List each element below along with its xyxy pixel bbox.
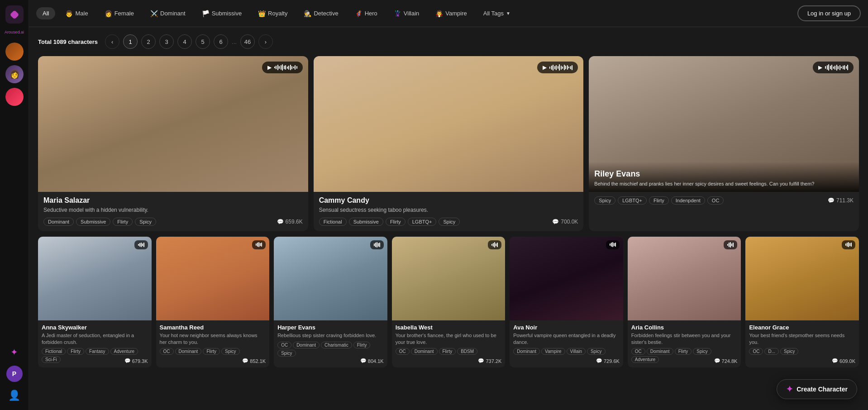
tag-scifi[interactable]: Sci-Fi	[42, 356, 61, 363]
avatar-3[interactable]	[5, 88, 24, 106]
cammy-audio-badge[interactable]: ▶	[537, 62, 578, 73]
prev-page-button[interactable]: ‹	[105, 34, 119, 49]
riley-image-area: Riley Evans Behind the mischief and pran…	[589, 56, 859, 192]
tag-flirty[interactable]: Flirty	[675, 348, 692, 355]
brand-logo[interactable]	[5, 5, 24, 24]
filter-dominant[interactable]: ⚔️ Dominant	[144, 7, 192, 20]
tag-spicy[interactable]: Spicy	[587, 348, 605, 355]
filter-submissive[interactable]: 🏳️ Submissive	[196, 7, 248, 20]
small-card-anna[interactable]: 💬 679.3K Anna Skywalker A Jedi master of…	[38, 237, 152, 368]
tag-dominant[interactable]: Dominant	[293, 342, 320, 348]
featured-card-maria[interactable]: ▶	[38, 56, 308, 231]
tag-lgbtq[interactable]: LGBTQ+	[618, 196, 647, 205]
tag-flirty[interactable]: Flirty	[649, 196, 669, 205]
ava-audio-badge[interactable]	[606, 240, 620, 249]
aria-audio-badge[interactable]	[724, 240, 737, 249]
harper-audio-badge[interactable]	[370, 240, 384, 249]
page-4-button[interactable]: 4	[177, 34, 192, 49]
tag-dominant[interactable]: Dominant	[647, 348, 673, 355]
tag-flirty[interactable]: Flirty	[439, 348, 456, 355]
sparkle-icon[interactable]: ✦	[5, 343, 24, 361]
filter-male[interactable]: 👨 Male	[59, 7, 94, 20]
featured-card-cammy[interactable]: ▶	[314, 56, 584, 231]
tag-flirty[interactable]: Flirty	[113, 218, 133, 226]
premium-badge[interactable]: P	[6, 366, 23, 382]
tag-submissive[interactable]: Submissive	[76, 218, 110, 226]
tag-flirty[interactable]: Flirty	[353, 342, 371, 348]
avatar-2[interactable]: 👩	[5, 65, 24, 83]
login-button[interactable]: Log in or sign up	[797, 5, 861, 21]
tag-spicy[interactable]: Spicy	[277, 350, 296, 357]
tag-independent[interactable]: Indenpdent	[671, 196, 705, 205]
avatar-1[interactable]	[5, 43, 24, 61]
filter-royalty[interactable]: 👑 Royalty	[252, 7, 294, 20]
riley-audio-badge[interactable]: ▶	[813, 62, 854, 73]
harper-name: Harper Evans	[277, 324, 384, 331]
samantha-count: 💬 852.1K	[242, 358, 266, 364]
tag-spicy[interactable]: Spicy	[135, 218, 156, 226]
filter-detective[interactable]: 🕵️ Detective	[297, 7, 344, 20]
tag-dominant[interactable]: Dominant	[513, 348, 540, 355]
isabella-audio-badge[interactable]	[488, 240, 501, 249]
tag-dominant[interactable]: Dominant	[175, 348, 202, 355]
filter-villain[interactable]: 🦹 Villain	[387, 7, 425, 20]
tag-oc[interactable]: OC	[631, 348, 645, 355]
tag-spicy[interactable]: Spicy	[221, 348, 239, 355]
maria-audio-badge[interactable]: ▶	[262, 62, 303, 73]
filter-all[interactable]: All	[36, 7, 55, 19]
user-icon[interactable]: 👤	[5, 386, 24, 405]
anna-audio-badge[interactable]	[134, 240, 148, 249]
tag-flirty[interactable]: Flirty	[203, 348, 220, 355]
aria-count: 💬 724.8K	[714, 358, 738, 364]
tag-d[interactable]: D...	[764, 348, 779, 355]
small-card-aria[interactable]: 💬 724.8K Aria Collins Forbidden feelings…	[628, 237, 741, 368]
page-2-button[interactable]: 2	[141, 34, 156, 49]
chat-icon: 💬	[478, 358, 484, 364]
tag-spicy[interactable]: Spicy	[594, 196, 615, 205]
page-6-button[interactable]: 6	[214, 34, 228, 49]
tag-oc[interactable]: OC	[749, 348, 763, 355]
filter-vampire[interactable]: 🧛 Vampire	[429, 7, 473, 20]
tag-oc[interactable]: OC	[707, 196, 724, 205]
small-card-harper[interactable]: 💬 804.1K Harper Evans Rebellious step si…	[274, 237, 387, 368]
tag-villain[interactable]: Villain	[567, 348, 586, 355]
samantha-audio-badge[interactable]	[252, 240, 266, 249]
tag-lgbtq[interactable]: LGBTQ+	[408, 218, 437, 226]
small-card-ava[interactable]: 💬 729.6K Ava Noir Powerful vampire queen…	[510, 237, 623, 368]
next-page-button[interactable]: ›	[258, 34, 273, 49]
filter-all-tags[interactable]: All Tags ▼	[477, 7, 517, 19]
small-card-eleanor[interactable]: 💬 609.0K Eleanor Grace Your best friend'…	[745, 237, 859, 368]
ava-count: 💬 729.6K	[596, 358, 620, 364]
tag-oc[interactable]: OC	[160, 348, 174, 355]
small-card-samantha[interactable]: 💬 852.1K Samantha Reed Your hot new neig…	[156, 237, 270, 368]
tag-submissive[interactable]: Submissive	[349, 218, 383, 226]
chat-icon: 💬	[596, 358, 602, 364]
tag-fictional[interactable]: Fictional	[42, 348, 66, 355]
page-5-button[interactable]: 5	[196, 34, 210, 49]
tag-charismatic[interactable]: Charismatic	[321, 342, 352, 348]
tag-flirty[interactable]: Flirty	[386, 218, 405, 226]
tag-bdsm[interactable]: BDSM	[457, 348, 477, 355]
featured-card-riley[interactable]: Riley Evans Behind the mischief and pran…	[589, 56, 859, 231]
page-1-button[interactable]: 1	[123, 34, 138, 49]
tag-flirty[interactable]: Flirty	[67, 348, 84, 355]
tag-oc[interactable]: OC	[277, 342, 291, 348]
eleanor-audio-badge[interactable]	[842, 240, 855, 249]
tag-vampire[interactable]: Vampire	[541, 348, 565, 355]
tag-spicy[interactable]: Spicy	[693, 348, 711, 355]
tag-fictional[interactable]: Fictional	[319, 218, 347, 226]
page-46-button[interactable]: 46	[240, 34, 255, 49]
page-3-button[interactable]: 3	[159, 34, 174, 49]
tag-adventure[interactable]: Adventure	[110, 348, 138, 355]
tag-spicy[interactable]: Spicy	[439, 218, 460, 226]
tag-adventure[interactable]: Adventure	[631, 356, 659, 363]
tag-oc[interactable]: OC	[396, 348, 410, 355]
small-card-isabella[interactable]: 💬 737.2K Isabella West Your brother's fi…	[392, 237, 506, 368]
tag-dominant[interactable]: Dominant	[411, 348, 438, 355]
filter-hero[interactable]: 🦸 Hero	[348, 7, 384, 20]
tag-dominant[interactable]: Dominant	[43, 218, 74, 226]
create-character-button[interactable]: ✦ Create Character	[777, 379, 857, 399]
tag-fantasy[interactable]: Fantasy	[86, 348, 109, 355]
tag-spicy[interactable]: Spicy	[780, 348, 798, 355]
filter-female[interactable]: 👩 Female	[98, 7, 140, 20]
